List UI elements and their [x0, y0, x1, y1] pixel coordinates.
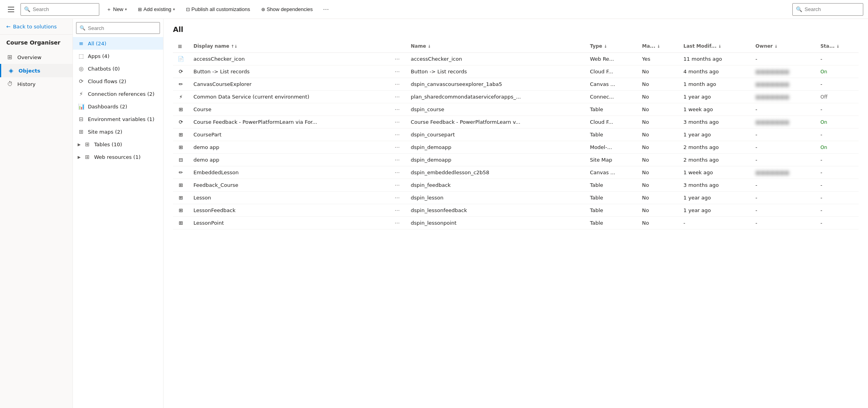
row-more-icon[interactable]: ⋯: [393, 106, 401, 113]
owner-value: -: [755, 56, 757, 62]
status-badge: On: [820, 145, 827, 150]
row-more-icon[interactable]: ⋯: [393, 131, 401, 138]
top-search-input[interactable]: [33, 6, 88, 12]
cell-more-btn[interactable]: ⋯: [388, 91, 406, 103]
panel-item-site-maps[interactable]: ⊞ Site maps (2): [73, 125, 163, 138]
panel-search-input[interactable]: [88, 25, 156, 31]
connection-icon: ⚡: [78, 91, 85, 97]
cell-more-btn[interactable]: ⋯: [388, 53, 406, 65]
panel-search[interactable]: 🔍: [73, 19, 163, 37]
panel-item-label: All (24): [88, 41, 158, 47]
cell-name: Button -> List records: [406, 65, 585, 78]
row-more-icon[interactable]: ⋯: [393, 118, 401, 126]
panel-item-all[interactable]: ≡ All (24): [73, 37, 163, 50]
top-right-search-box[interactable]: 🔍: [792, 3, 863, 16]
objects-icon: ◈: [7, 67, 15, 74]
back-arrow-icon: ←: [6, 24, 11, 30]
row-more-icon[interactable]: ⋯: [393, 181, 401, 189]
cell-owner: -: [751, 103, 816, 116]
panel-item-web-resources[interactable]: ▶ ⊞ Web resources (1): [73, 151, 163, 163]
sort-icon-name: ↓: [427, 44, 431, 48]
cell-more-btn[interactable]: ⋯: [388, 116, 406, 129]
row-more-icon[interactable]: ⋯: [393, 169, 401, 176]
cell-more-btn[interactable]: ⋯: [388, 192, 406, 204]
top-search-box[interactable]: 🔍: [20, 3, 99, 16]
status-badge: -: [820, 132, 822, 138]
row-more-icon[interactable]: ⋯: [393, 55, 401, 63]
panel-item-environment-variables[interactable]: ⊟ Environment variables (1): [73, 113, 163, 125]
panel-item-cloud-flows[interactable]: ⟳ Cloud flows (2): [73, 75, 163, 88]
row-more-icon[interactable]: ⋯: [393, 219, 401, 227]
row-more-icon[interactable]: ⋯: [393, 194, 401, 201]
panel-item-chatbots[interactable]: ◎ Chatbots (0): [73, 62, 163, 75]
publish-button[interactable]: ⊡ Publish all customizations: [182, 4, 254, 15]
cell-more-btn[interactable]: ⋯: [388, 78, 406, 91]
add-existing-icon: ⊞: [138, 7, 142, 12]
cell-more-btn[interactable]: ⋯: [388, 141, 406, 154]
cell-more-btn[interactable]: ⋯: [388, 65, 406, 78]
table-row: ⊟ demo app ⋯ dspin_demoapp Site Map No 2…: [173, 154, 859, 166]
sidebar-item-overview[interactable]: ⊞ Overview: [0, 50, 72, 64]
row-more-icon[interactable]: ⋯: [393, 68, 401, 75]
row-more-icon[interactable]: ⋯: [393, 207, 401, 214]
top-right-search-input[interactable]: [805, 6, 852, 12]
cloud-flows-icon: ⟳: [78, 78, 85, 84]
cell-more-btn[interactable]: ⋯: [388, 129, 406, 141]
cell-last-modified: 2 months ago: [679, 141, 751, 154]
row-more-icon[interactable]: ⋯: [393, 93, 401, 101]
panel-item-apps[interactable]: ⬚ Apps (4): [73, 50, 163, 62]
col-display-name[interactable]: Display name ↑↓: [189, 40, 388, 53]
col-type[interactable]: Type ↓: [585, 40, 637, 53]
hamburger-menu[interactable]: [5, 4, 17, 15]
cell-more-btn[interactable]: ⋯: [388, 204, 406, 217]
cell-more-btn[interactable]: ⋯: [388, 103, 406, 116]
back-to-solutions-link[interactable]: ← Back to solutions: [0, 19, 72, 35]
owner-value: ■■■■■■■: [755, 69, 789, 75]
col-last-modified[interactable]: Last Modif... ↓: [679, 40, 751, 53]
cell-last-modified: 1 year ago: [679, 204, 751, 217]
owner-value: -: [755, 220, 757, 226]
row-type-icon: ⊞: [173, 217, 189, 229]
cell-more-btn[interactable]: ⋯: [388, 179, 406, 192]
panel-item-label: Web resources (1): [94, 154, 158, 160]
all-icon: ≡: [78, 40, 85, 47]
more-options-button[interactable]: ···: [320, 4, 332, 15]
cell-more-btn[interactable]: ⋯: [388, 166, 406, 179]
row-more-icon[interactable]: ⋯: [393, 143, 401, 151]
panel-item-dashboards[interactable]: 📊 Dashboards (2): [73, 100, 163, 113]
cell-status: Off: [816, 91, 859, 103]
cell-display-name: EmbeddedLesson: [189, 166, 388, 179]
cell-type: Table: [585, 192, 637, 204]
cell-managed: No: [637, 65, 678, 78]
status-badge: -: [820, 207, 822, 213]
panel-search-box[interactable]: 🔍: [76, 22, 160, 34]
col-name[interactable]: Name ↓: [406, 40, 585, 53]
cell-owner: -: [751, 204, 816, 217]
cell-owner: -: [751, 179, 816, 192]
sidebar-item-history[interactable]: ⏱ History: [0, 77, 72, 91]
cell-type: Web Re...: [585, 53, 637, 65]
sidebar-item-objects[interactable]: ◈ Objects: [0, 64, 72, 77]
col-managed[interactable]: Ma... ↓: [637, 40, 678, 53]
col-owner[interactable]: Owner ↓: [751, 40, 816, 53]
cell-last-modified: -: [679, 217, 751, 229]
cell-owner: -: [751, 192, 816, 204]
sidebar-item-label: Overview: [17, 54, 41, 60]
panel-item-connection-references[interactable]: ⚡ Connection references (2): [73, 88, 163, 100]
owner-value: -: [755, 182, 757, 188]
status-badge: -: [820, 170, 822, 175]
row-more-icon[interactable]: ⋯: [393, 156, 401, 164]
table-row: ⟳ Course Feedback - PowerPlatformLearn v…: [173, 116, 859, 129]
row-more-icon[interactable]: ⋯: [393, 80, 401, 88]
cell-more-btn[interactable]: ⋯: [388, 154, 406, 166]
col-status[interactable]: Sta... ↓: [816, 40, 859, 53]
panel-item-tables[interactable]: ▶ ⊞ Tables (10): [73, 138, 163, 151]
expand-icon-web-resources: ▶: [78, 155, 81, 159]
new-button[interactable]: ＋ New ▾: [102, 4, 131, 15]
row-type-icon: ✏: [173, 78, 189, 91]
table-row: ⊞ CoursePart ⋯ dspin_coursepart Table No…: [173, 129, 859, 141]
add-existing-button[interactable]: ⊞ Add existing ▾: [134, 4, 179, 15]
cell-more-btn[interactable]: ⋯: [388, 217, 406, 229]
show-dependencies-button[interactable]: ⊛ Show dependencies: [257, 4, 317, 15]
panel-item-label: Connection references (2): [88, 91, 158, 97]
